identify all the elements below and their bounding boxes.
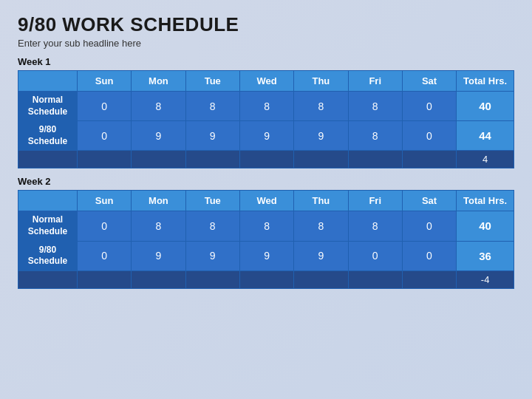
week1-header-mon: Mon bbox=[132, 71, 185, 92]
week2-table: Sun Mon Tue Wed Thu Fri Sat Total Hrs. N… bbox=[18, 190, 514, 288]
week2-header-thu: Thu bbox=[294, 191, 348, 211]
week2-diff: -4 bbox=[457, 270, 514, 288]
week2-header-sun: Sun bbox=[77, 191, 131, 211]
week2-normal-wed: 8 bbox=[239, 211, 293, 241]
week2-header-sat: Sat bbox=[402, 191, 456, 211]
week2-normal-sat: 0 bbox=[402, 211, 456, 241]
week1-980-row: 9/80 Schedule 0 9 9 9 9 8 0 44 bbox=[18, 121, 514, 151]
week1-empty-thu bbox=[294, 151, 348, 168]
week2-empty-tue bbox=[185, 270, 239, 288]
week2-header-total: Total Hrs. bbox=[457, 191, 514, 211]
week2-empty-wed bbox=[239, 270, 293, 288]
week2-header-tue: Tue bbox=[185, 191, 239, 211]
week1-normal-tue: 8 bbox=[185, 92, 239, 121]
week1-980-tue: 9 bbox=[185, 121, 239, 151]
week1-table: Sun Mon Tue Wed Thu Fri Sat Total Hrs. N… bbox=[18, 70, 514, 168]
week2-normal-total: 40 bbox=[457, 211, 514, 241]
week2-empty-sun bbox=[77, 270, 131, 288]
week1-normal-fri: 8 bbox=[348, 92, 402, 121]
week1-header-thu: Thu bbox=[294, 71, 348, 92]
week2-normal-thu: 8 bbox=[294, 211, 348, 241]
week1-980-total: 44 bbox=[457, 121, 514, 151]
week2-980-thu: 9 bbox=[294, 241, 348, 270]
week2-980-sun: 0 bbox=[77, 241, 131, 270]
week1-980-sat: 0 bbox=[402, 121, 456, 151]
week2-normal-row: Normal Schedule 0 8 8 8 8 8 0 40 bbox=[18, 211, 514, 241]
week1-normal-sun: 0 bbox=[77, 92, 131, 121]
sub-headline: Enter your sub headline here bbox=[18, 38, 514, 49]
week1-header-fri: Fri bbox=[348, 71, 402, 92]
week1-empty-label bbox=[18, 151, 78, 168]
week1-normal-sat: 0 bbox=[402, 92, 456, 121]
week1-normal-wed: 8 bbox=[239, 92, 293, 121]
week1-normal-total: 40 bbox=[457, 92, 514, 121]
week1-empty-sun bbox=[77, 151, 131, 168]
week2-normal-fri: 8 bbox=[348, 211, 402, 241]
week1-normal-thu: 8 bbox=[294, 92, 348, 121]
week2-header-wed: Wed bbox=[239, 191, 293, 211]
week2-normal-sun: 0 bbox=[77, 211, 131, 241]
week2-980-row: 9/80 Schedule 0 9 9 9 9 0 0 36 bbox=[18, 241, 514, 270]
week2-empty-mon bbox=[132, 270, 185, 288]
week1-header-sun: Sun bbox=[77, 71, 131, 92]
week1-header-sat: Sat bbox=[402, 71, 456, 92]
week2-header-mon: Mon bbox=[132, 191, 185, 211]
week1-empty-sat bbox=[402, 151, 456, 168]
week1-empty-row: 4 bbox=[18, 151, 514, 168]
main-title: 9/80 WORK SCHEDULE bbox=[18, 13, 514, 36]
week2-empty-sat bbox=[402, 270, 456, 288]
week2-980-wed: 9 bbox=[239, 241, 293, 270]
week2-980-fri: 0 bbox=[348, 241, 402, 270]
week2-header-fri: Fri bbox=[348, 191, 402, 211]
week1-diff: 4 bbox=[457, 151, 514, 168]
week1-980-label: 9/80 Schedule bbox=[18, 121, 78, 151]
week2-label: Week 2 bbox=[18, 176, 514, 187]
week1-header-wed: Wed bbox=[239, 71, 293, 92]
week2-980-tue: 9 bbox=[185, 241, 239, 270]
week1-header-empty bbox=[18, 71, 78, 92]
week2-980-mon: 9 bbox=[132, 241, 185, 270]
week1-normal-label: Normal Schedule bbox=[18, 92, 78, 121]
week2-normal-tue: 8 bbox=[185, 211, 239, 241]
week2-empty-thu bbox=[294, 270, 348, 288]
week1-empty-tue bbox=[185, 151, 239, 168]
week1-980-wed: 9 bbox=[239, 121, 293, 151]
week2-empty-row: -4 bbox=[18, 270, 514, 288]
week1-empty-wed bbox=[239, 151, 293, 168]
week2-normal-label: Normal Schedule bbox=[18, 211, 78, 241]
week1-980-thu: 9 bbox=[294, 121, 348, 151]
week2-header-empty bbox=[18, 191, 78, 211]
week1-header-tue: Tue bbox=[185, 71, 239, 92]
week1-header-total: Total Hrs. bbox=[457, 71, 514, 92]
week1-empty-fri bbox=[348, 151, 402, 168]
week1-normal-mon: 8 bbox=[132, 92, 185, 121]
week1-label: Week 1 bbox=[18, 56, 514, 67]
week1-normal-row: Normal Schedule 0 8 8 8 8 8 0 40 bbox=[18, 92, 514, 121]
week2-empty-label bbox=[18, 270, 78, 288]
week1-empty-mon bbox=[132, 151, 185, 168]
week2-980-label: 9/80 Schedule bbox=[18, 241, 78, 270]
week2-980-sat: 0 bbox=[402, 241, 456, 270]
week1-980-mon: 9 bbox=[132, 121, 185, 151]
week2-normal-mon: 8 bbox=[132, 211, 185, 241]
week1-980-fri: 8 bbox=[348, 121, 402, 151]
week2-empty-fri bbox=[348, 270, 402, 288]
week1-980-sun: 0 bbox=[77, 121, 131, 151]
week2-980-total: 36 bbox=[457, 241, 514, 270]
